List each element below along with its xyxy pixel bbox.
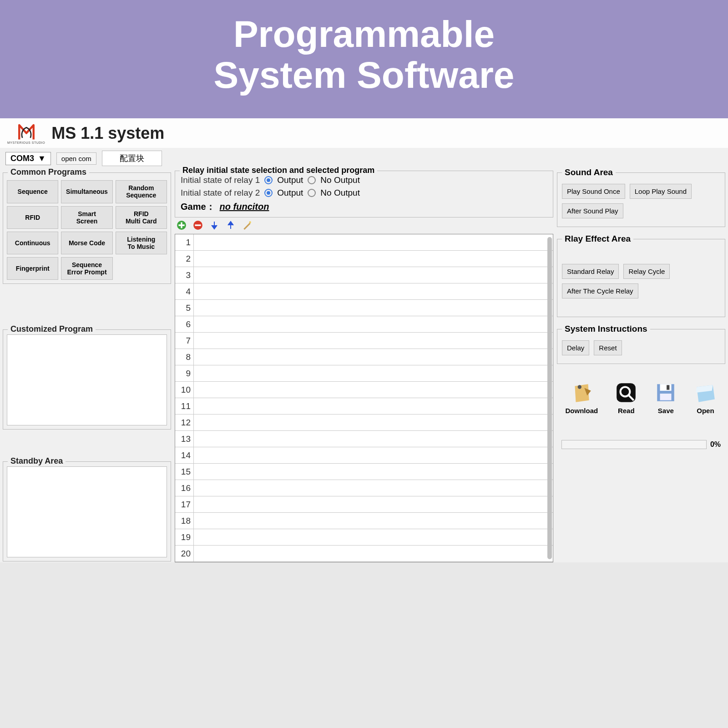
- list-row[interactable]: 12: [175, 415, 553, 431]
- svg-point-2: [249, 222, 251, 223]
- relay-1-label: Initial state of relay 1: [181, 175, 260, 185]
- row-number: 12: [175, 418, 193, 428]
- list-row[interactable]: 8: [175, 349, 553, 365]
- title-bar: MYSTERIOUS STUDIO MS 1.1 system: [0, 118, 728, 148]
- add-icon[interactable]: [177, 220, 187, 230]
- row-cell[interactable]: [193, 283, 553, 299]
- row-cell[interactable]: [193, 300, 553, 316]
- list-row[interactable]: 1: [175, 234, 553, 251]
- row-cell[interactable]: [193, 431, 553, 447]
- app-window: MYSTERIOUS STUDIO MS 1.1 system COM3 ▼ o…: [0, 118, 728, 562]
- system-instructions-legend: System Instructions: [562, 324, 650, 334]
- list-row[interactable]: 17: [175, 496, 553, 513]
- program-button-morse-code[interactable]: Morse Code: [61, 232, 112, 254]
- remove-icon[interactable]: [193, 220, 203, 230]
- svg-rect-9: [660, 394, 672, 400]
- list-scrollbar[interactable]: [547, 237, 552, 559]
- move-up-icon[interactable]: [226, 220, 236, 230]
- program-button-random-sequence[interactable]: RandomSequence: [116, 180, 167, 203]
- list-row[interactable]: 3: [175, 267, 553, 283]
- row-cell[interactable]: [193, 546, 553, 561]
- program-button-rfid-multi-card[interactable]: RFIDMulti Card: [116, 206, 167, 229]
- relay-2-no-output-radio[interactable]: [308, 189, 316, 197]
- list-row[interactable]: 15: [175, 464, 553, 480]
- program-button-smart-screen[interactable]: SmartScreen: [61, 206, 112, 229]
- row-cell[interactable]: [193, 529, 553, 545]
- sound-loop-play-sound-button[interactable]: Loop Play Sound: [630, 184, 692, 199]
- list-row[interactable]: 18: [175, 513, 553, 529]
- system-delay-button[interactable]: Delay: [562, 340, 589, 355]
- open-button[interactable]: Open: [694, 381, 717, 415]
- com-port-select[interactable]: COM3 ▼: [5, 152, 51, 165]
- svg-point-3: [578, 385, 581, 389]
- game-row: Game： no funciton: [181, 199, 547, 214]
- row-cell[interactable]: [193, 251, 553, 267]
- save-button[interactable]: Save: [654, 381, 677, 415]
- list-row[interactable]: 20: [175, 546, 553, 562]
- list-row[interactable]: 13: [175, 431, 553, 447]
- program-button-sequence[interactable]: Sequence: [7, 180, 58, 203]
- row-cell[interactable]: [193, 447, 553, 463]
- program-button-continuous[interactable]: Continuous: [7, 232, 58, 254]
- row-cell[interactable]: [193, 398, 553, 414]
- list-row[interactable]: 6: [175, 316, 553, 333]
- row-cell[interactable]: [193, 480, 553, 496]
- list-row[interactable]: 9: [175, 365, 553, 382]
- config-button[interactable]: 配置块: [102, 151, 162, 166]
- relay-1-no-output-radio[interactable]: [308, 176, 316, 184]
- common-programs-legend: Common Programs: [8, 167, 89, 177]
- list-row[interactable]: 19: [175, 529, 553, 546]
- row-cell[interactable]: [193, 333, 553, 349]
- row-number: 9: [175, 369, 193, 379]
- row-cell[interactable]: [193, 382, 553, 398]
- program-button-simultaneous[interactable]: Simultaneous: [61, 180, 112, 203]
- customized-program-area[interactable]: [7, 334, 167, 425]
- sound-area-group: Sound Area Play Sound OnceLoop Play Soun…: [557, 172, 725, 227]
- list-row[interactable]: 10: [175, 382, 553, 398]
- standby-area[interactable]: [7, 466, 167, 557]
- game-value: no funciton: [220, 202, 269, 212]
- row-cell[interactable]: [193, 316, 553, 332]
- row-number: 2: [175, 254, 193, 264]
- sound-play-sound-once-button[interactable]: Play Sound Once: [562, 184, 625, 199]
- relay-1-output-radio[interactable]: [264, 176, 273, 184]
- list-row[interactable]: 2: [175, 251, 553, 267]
- row-cell[interactable]: [193, 415, 553, 430]
- read-button[interactable]: Read: [615, 381, 637, 415]
- list-row[interactable]: 11: [175, 398, 553, 415]
- relay-1-row: Initial state of relay 1 Output No Outpu…: [181, 174, 547, 187]
- row-cell[interactable]: [193, 349, 553, 365]
- list-row[interactable]: 16: [175, 480, 553, 496]
- list-row[interactable]: 4: [175, 283, 553, 300]
- program-button-listening-to-music[interactable]: ListeningTo Music: [116, 232, 167, 254]
- relay-2-output-radio[interactable]: [264, 189, 273, 197]
- download-button[interactable]: Download: [566, 381, 598, 415]
- program-list[interactable]: 1234567891011121314151617181920: [175, 234, 553, 562]
- row-cell[interactable]: [193, 267, 553, 283]
- row-cell[interactable]: [193, 496, 553, 512]
- relay-effect-after-the-cycle-relay-button[interactable]: After The Cycle Relay: [562, 283, 638, 298]
- relay-effect-legend: Rlay Effect Area: [562, 234, 633, 244]
- list-row[interactable]: 5: [175, 300, 553, 316]
- wand-icon[interactable]: [242, 220, 252, 230]
- program-button-rfid[interactable]: RFID: [7, 206, 58, 229]
- list-row[interactable]: 7: [175, 333, 553, 349]
- svg-rect-8: [667, 385, 669, 390]
- row-cell[interactable]: [193, 513, 553, 529]
- program-button-sequence-error-prompt[interactable]: SequenceError Prompt: [61, 257, 112, 280]
- read-icon: [615, 381, 637, 404]
- system-reset-button[interactable]: Reset: [594, 340, 622, 355]
- app-logo: MYSTERIOUS STUDIO: [7, 122, 45, 144]
- program-button-fingerprint[interactable]: Fingerprint: [7, 257, 58, 280]
- row-cell[interactable]: [193, 464, 553, 480]
- row-cell[interactable]: [193, 234, 553, 250]
- list-row[interactable]: 14: [175, 447, 553, 464]
- row-cell[interactable]: [193, 365, 553, 381]
- move-down-icon[interactable]: [209, 220, 219, 230]
- relay-effect-standard-relay-button[interactable]: Standard Relay: [562, 264, 619, 279]
- open-com-button[interactable]: open com: [56, 152, 96, 165]
- relay-effect-relay-cycle-button[interactable]: Relay Cycle: [623, 264, 670, 279]
- list-toolbar: [175, 217, 553, 233]
- row-number: 8: [175, 352, 193, 362]
- sound-after-sound-play-button[interactable]: After Sound Play: [562, 203, 623, 218]
